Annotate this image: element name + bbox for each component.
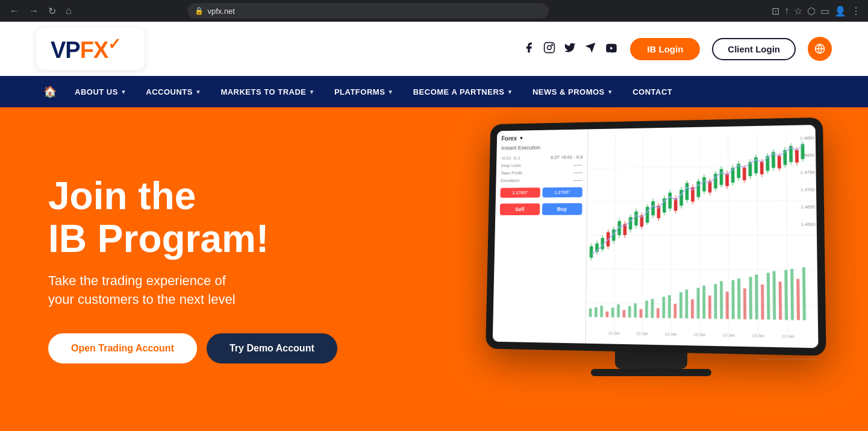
open-trading-account-button[interactable]: Open Trading Account — [48, 333, 197, 363]
svg-text:13 Jan: 13 Jan — [693, 332, 706, 337]
forex-selector[interactable]: Forex ▼ — [501, 134, 583, 142]
menu-icon[interactable]: ⋮ — [851, 5, 861, 17]
svg-rect-120 — [595, 307, 598, 317]
svg-rect-129 — [645, 301, 648, 318]
reload-button[interactable]: ↻ — [46, 3, 58, 19]
client-login-button[interactable]: Client Login — [712, 38, 796, 60]
buy-price-box: 1.2765° — [542, 187, 582, 198]
svg-rect-126 — [628, 306, 631, 318]
svg-text:13 Jan: 13 Jan — [723, 333, 735, 338]
svg-rect-145 — [737, 278, 740, 319]
svg-rect-143 — [726, 292, 729, 319]
svg-rect-146 — [743, 288, 746, 319]
svg-rect-0 — [545, 42, 555, 52]
svg-rect-119 — [589, 309, 592, 317]
window-icon[interactable]: ▭ — [820, 5, 829, 17]
hero-buttons: Open Trading Account Try Demo Account — [48, 333, 337, 363]
news-dropdown-arrow: ▼ — [607, 89, 613, 95]
sell-buy-buttons: Sell Buy — [500, 201, 582, 215]
trade-row-deviation: Deviation —— — [501, 176, 582, 184]
svg-line-25 — [588, 166, 816, 169]
lock-icon: 🔒 — [195, 7, 204, 15]
svg-text:13 Jan: 13 Jan — [608, 331, 620, 336]
svg-text:13 Jan: 13 Jan — [752, 333, 765, 338]
svg-rect-149 — [761, 285, 764, 319]
svg-rect-132 — [662, 297, 665, 318]
svg-rect-128 — [640, 309, 643, 318]
extensions-icon[interactable]: ⬡ — [807, 5, 816, 17]
hero-section: Join the IB Program! Take the trading ex… — [0, 107, 868, 431]
execution-type: Instant Execution — [501, 144, 583, 151]
svg-text:1.4600: 1.4600 — [801, 221, 816, 227]
svg-text:1.4650: 1.4650 — [801, 204, 815, 210]
svg-rect-122 — [606, 312, 609, 318]
svg-rect-144 — [731, 280, 734, 319]
buy-button[interactable]: Buy — [542, 203, 582, 215]
svg-rect-137 — [691, 300, 694, 319]
svg-text:13 Jan: 13 Jan — [665, 332, 677, 336]
profile-icon[interactable]: 👤 — [834, 5, 846, 17]
trading-app: Forex ▼ Instant Execution -0.01 -0.1 0.2… — [493, 125, 819, 348]
sell-button[interactable]: Sell — [500, 203, 540, 215]
svg-text:1.4750: 1.4750 — [801, 169, 815, 175]
nav-item-markets-to-trade[interactable]: MARKETS TO TRADE ▼ — [212, 76, 323, 107]
nav-item-news-promos[interactable]: NEWS & PROMOS ▼ — [524, 76, 622, 107]
nav-item-accounts[interactable]: ACCOUNTS ▼ — [137, 76, 210, 107]
bookmark-icon[interactable]: ☆ — [794, 5, 802, 17]
svg-line-31 — [642, 134, 643, 338]
header-right: IB Login Client Login — [523, 37, 832, 61]
svg-rect-151 — [773, 271, 776, 320]
screenshot-icon[interactable]: ⊡ — [772, 5, 779, 17]
svg-rect-153 — [784, 270, 788, 320]
navbar: 🏠 ABOUT US ▼ ACCOUNTS ▼ MARKETS TO TRADE… — [0, 76, 868, 107]
nav-home-icon[interactable]: 🏠 — [36, 85, 64, 98]
twitter-icon[interactable] — [564, 42, 576, 57]
svg-rect-148 — [755, 274, 758, 319]
trading-chart-area: 1.4850 1.4800 1.4750 1.4700 1.4650 1.460… — [586, 125, 819, 348]
telegram-icon[interactable] — [584, 42, 596, 57]
try-demo-account-button[interactable]: Try Demo Account — [207, 333, 337, 363]
browser-chrome: ← → ↻ ⌂ 🔒 vpfx.net ⊡ ↑ ☆ ⬡ ▭ 👤 ⋮ — [0, 0, 868, 22]
tablet-outer-frame: Forex ▼ Instant Execution -0.01 -0.1 0.2… — [486, 118, 826, 356]
svg-rect-138 — [697, 288, 700, 319]
instagram-icon[interactable] — [543, 42, 555, 57]
svg-rect-130 — [651, 299, 654, 318]
forex-label: Forex — [501, 135, 517, 142]
nav-item-become-a-partners[interactable]: BECOME A PARTNERS ▼ — [405, 76, 522, 107]
nav-item-contact[interactable]: CONTACT — [624, 76, 681, 107]
svg-rect-140 — [708, 295, 711, 319]
share-icon[interactable]: ↑ — [784, 5, 789, 17]
hero-title: Join the IB Program! — [48, 175, 337, 260]
social-icons — [523, 42, 618, 57]
ib-login-button[interactable]: IB Login — [630, 38, 700, 60]
youtube-icon[interactable] — [605, 42, 618, 56]
about-us-dropdown-arrow: ▼ — [120, 89, 126, 95]
svg-rect-135 — [679, 292, 682, 318]
facebook-icon[interactable] — [523, 42, 535, 57]
nav-item-platforms[interactable]: PLATFORMS ▼ — [326, 76, 402, 107]
svg-rect-156 — [802, 267, 806, 320]
svg-rect-121 — [600, 306, 603, 317]
svg-text:1.4850: 1.4850 — [800, 135, 814, 141]
hero-subtitle: Take the trading experience of your cust… — [48, 272, 337, 309]
language-selector-button[interactable] — [808, 37, 832, 61]
url-text: vpfx.net — [207, 7, 235, 16]
tablet-stand — [615, 351, 687, 369]
markets-dropdown-arrow: ▼ — [308, 89, 314, 95]
back-button[interactable]: ← — [7, 3, 22, 19]
home-button[interactable]: ⌂ — [63, 3, 74, 19]
tablet-mockup: Forex ▼ Instant Execution -0.01 -0.1 0.2… — [482, 119, 820, 373]
partners-dropdown-arrow: ▼ — [507, 89, 513, 95]
svg-text:13 Jan: 13 Jan — [636, 331, 648, 336]
address-bar[interactable]: 🔒 vpfx.net — [187, 3, 549, 19]
platforms-dropdown-arrow: ▼ — [387, 89, 393, 95]
sell-price-box: 1.2765° — [500, 187, 540, 198]
svg-rect-124 — [617, 304, 620, 318]
logo-container[interactable]: VPFX✓ — [36, 28, 145, 71]
browser-actions: ⊡ ↑ ☆ ⬡ ▭ 👤 ⋮ — [772, 5, 861, 17]
svg-rect-133 — [668, 295, 671, 318]
forward-button[interactable]: → — [27, 3, 41, 19]
trade-price-row: 1.2765° 1.2765° — [500, 187, 582, 198]
nav-item-about-us[interactable]: ABOUT US ▼ — [66, 76, 135, 107]
logo: VPFX✓ — [51, 35, 120, 63]
